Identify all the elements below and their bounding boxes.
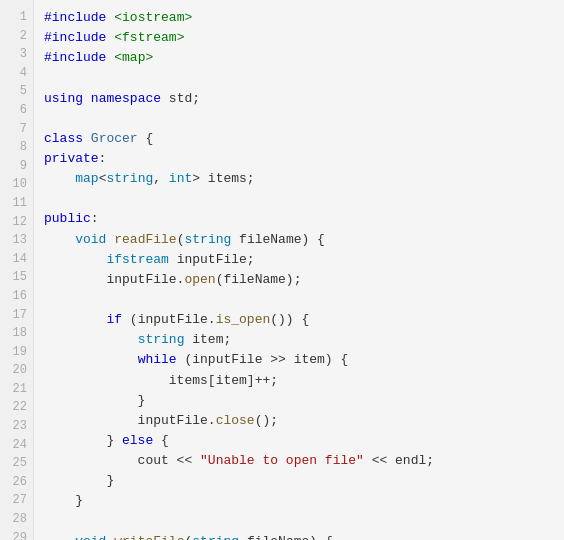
line-number: 7 (8, 120, 27, 139)
line-number: 24 (8, 436, 27, 455)
line-number: 16 (8, 287, 27, 306)
code-line: #include <fstream> (44, 28, 556, 48)
plain-token: : (99, 151, 107, 166)
fn-token: open (184, 272, 215, 287)
kw-token: #include (44, 50, 106, 65)
line-number: 20 (8, 361, 27, 380)
type-token: map (75, 171, 98, 186)
cls-token: Grocer (91, 131, 138, 146)
type-token: void (75, 232, 106, 247)
line-number: 15 (8, 268, 27, 287)
code-line: inputFile.close(); (44, 411, 556, 431)
kw-token: #include (44, 30, 106, 45)
plain-token: std; (161, 91, 200, 106)
code-line: } (44, 491, 556, 511)
type-token: int (169, 171, 192, 186)
code-line: class Grocer { (44, 129, 556, 149)
line-number: 26 (8, 473, 27, 492)
kw-token: private (44, 151, 99, 166)
line-number: 8 (8, 138, 27, 157)
line-number: 12 (8, 213, 27, 232)
plain-token: : (91, 211, 99, 226)
plain-token: (fileName); (216, 272, 302, 287)
line-number: 4 (8, 64, 27, 83)
type-token: string (192, 534, 239, 540)
plain-token: } (44, 433, 122, 448)
code-line: ifstream inputFile; (44, 250, 556, 270)
code-line (44, 290, 556, 310)
plain-token: items[item]++; (44, 373, 278, 388)
kw-token: class (44, 131, 83, 146)
plain-token: (inputFile. (122, 312, 216, 327)
code-line: string item; (44, 330, 556, 350)
line-number: 13 (8, 231, 27, 250)
line-number: 2 (8, 27, 27, 46)
code-line: } else { (44, 431, 556, 451)
kw-token: while (138, 352, 177, 367)
plain-token (44, 252, 106, 267)
kw-token: #include (44, 10, 106, 25)
plain-token: } (44, 473, 114, 488)
plain-token: (inputFile >> item) { (177, 352, 349, 367)
code-line: if (inputFile.is_open()) { (44, 310, 556, 330)
line-number: 11 (8, 194, 27, 213)
plain-token: item; (184, 332, 231, 347)
plain-token: inputFile. (44, 272, 184, 287)
kw-token: if (106, 312, 122, 327)
plain-token: ()) { (270, 312, 309, 327)
plain-token: > items; (192, 171, 254, 186)
plain-token: fileName) { (231, 232, 325, 247)
plain-token: { (153, 433, 169, 448)
code-line: inputFile.open(fileName); (44, 270, 556, 290)
code-line: #include <map> (44, 48, 556, 68)
code-line: items[item]++; (44, 371, 556, 391)
code-line: private: (44, 149, 556, 169)
code-line: cout << "Unable to open file" << endl; (44, 451, 556, 471)
line-number: 14 (8, 250, 27, 269)
plain-token (83, 131, 91, 146)
plain-token: inputFile; (169, 252, 255, 267)
plain-token: (); (255, 413, 278, 428)
plain-token (44, 171, 75, 186)
plain-token (44, 534, 75, 540)
fn-token: is_open (216, 312, 271, 327)
code-line: } (44, 471, 556, 491)
line-number: 3 (8, 45, 27, 64)
line-number: 22 (8, 398, 27, 417)
line-number: 21 (8, 380, 27, 399)
line-number: 1 (8, 8, 27, 27)
line-number: 19 (8, 343, 27, 362)
fn-token: readFile (114, 232, 176, 247)
line-number: 17 (8, 306, 27, 325)
fn-token: close (216, 413, 255, 428)
type-token: string (184, 232, 231, 247)
plain-token (44, 232, 75, 247)
code-line (44, 68, 556, 88)
code-line (44, 109, 556, 129)
line-number: 6 (8, 101, 27, 120)
code-line: } (44, 391, 556, 411)
line-number: 5 (8, 82, 27, 101)
plain-token: fileName) { (239, 534, 333, 540)
line-number: 10 (8, 175, 27, 194)
plain-token: } (44, 493, 83, 508)
inc-token: <map> (114, 50, 153, 65)
plain-token: cout << (44, 453, 200, 468)
kw-token: else (122, 433, 153, 448)
line-number: 29 (8, 529, 27, 540)
kw-token: public (44, 211, 91, 226)
code-line: void writeFile(string fileName) { (44, 532, 556, 540)
line-number: 18 (8, 324, 27, 343)
str-token: "Unable to open file" (200, 453, 364, 468)
line-number: 9 (8, 157, 27, 176)
code-line: using namespace std; (44, 89, 556, 109)
plain-token (44, 312, 106, 327)
plain-token: } (44, 393, 145, 408)
plain-token: << endl; (364, 453, 434, 468)
code-content[interactable]: #include <iostream>#include <fstream>#in… (34, 0, 564, 540)
code-line: #include <iostream> (44, 8, 556, 28)
type-token: void (75, 534, 106, 540)
line-number: 28 (8, 510, 27, 529)
code-line (44, 189, 556, 209)
type-token: string (106, 171, 153, 186)
